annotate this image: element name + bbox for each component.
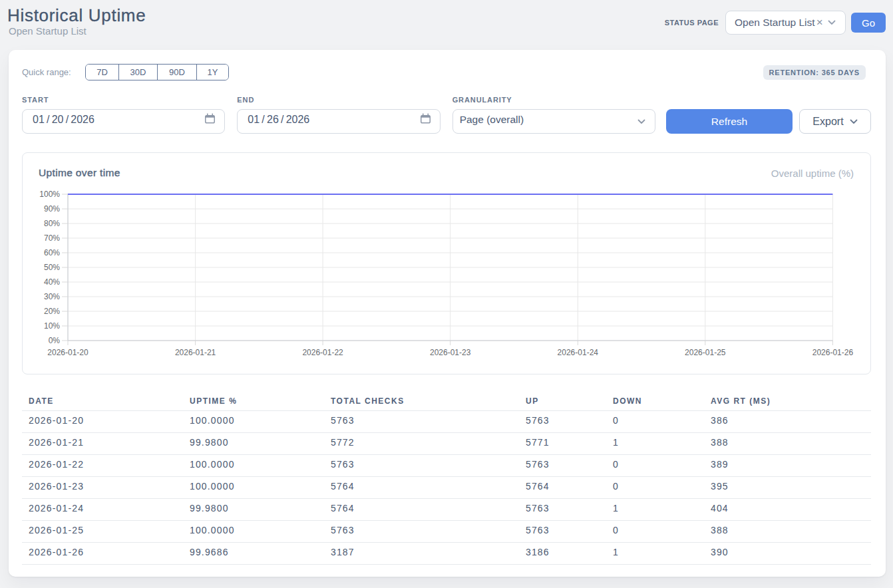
svg-text:80%: 80%	[44, 219, 60, 228]
svg-text:20%: 20%	[44, 307, 60, 316]
svg-text:30%: 30%	[44, 292, 60, 301]
svg-text:2026-01-22: 2026-01-22	[302, 348, 343, 357]
svg-text:100%: 100%	[39, 190, 60, 199]
svg-text:10%: 10%	[44, 321, 60, 331]
svg-text:2026-01-21: 2026-01-21	[175, 348, 216, 357]
svg-text:70%: 70%	[44, 233, 60, 243]
svg-text:60%: 60%	[44, 248, 60, 257]
svg-text:2026-01-23: 2026-01-23	[430, 348, 471, 357]
svg-text:2026-01-20: 2026-01-20	[47, 348, 89, 357]
svg-text:50%: 50%	[44, 263, 60, 272]
svg-text:0%: 0%	[49, 336, 61, 345]
svg-text:90%: 90%	[44, 204, 60, 214]
svg-text:2026-01-25: 2026-01-25	[685, 348, 726, 357]
svg-text:2026-01-26: 2026-01-26	[812, 348, 854, 357]
svg-text:2026-01-24: 2026-01-24	[558, 348, 599, 357]
svg-text:40%: 40%	[44, 277, 60, 287]
